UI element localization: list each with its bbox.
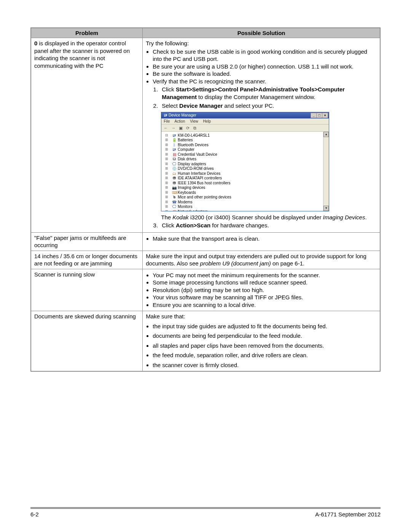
table-row: 14 inches / 35.6 cm or longer documents … — [31, 251, 380, 269]
table-row: "False" paper jams or multifeeds are occ… — [31, 232, 380, 251]
step-1: Click Start>Settings>Control Panel>Admin… — [159, 86, 377, 101]
toolbar: ← → ▣ ⟳ ⧉ — [161, 125, 329, 132]
col-header-problem: Problem — [31, 28, 143, 38]
doc-id-date: A-61771 September 2012 — [315, 511, 381, 518]
table-header-row: Problem Possible Solution — [31, 28, 380, 38]
problem-cell-2: 14 inches / 35.6 cm or longer documents … — [31, 251, 143, 269]
window-title-bar: 🖳 Device Manager _□× — [161, 112, 329, 118]
device-manager-screenshot: 🖳 Device Manager _□× File Action View He… — [161, 112, 329, 211]
document-page: Problem Possible Solution 0 is displayed… — [0, 0, 411, 532]
solution-cell-2: Make sure the input and output tray exte… — [143, 251, 380, 269]
step-2: Select Device Manager and select your PC… — [159, 102, 377, 110]
solution-cell-4: Make sure that: the input tray side guid… — [143, 311, 380, 372]
back-icon: ← — [164, 126, 168, 130]
forward-icon: → — [171, 126, 175, 130]
solution-cell-0: Try the following: Check to be sure the … — [143, 38, 380, 233]
page-footer: 6-2 A-61771 September 2012 — [30, 507, 381, 518]
window-controls: _□× — [311, 113, 328, 118]
maximize-icon: □ — [316, 113, 322, 118]
problem-cell-0: 0 is displayed in the operator control p… — [31, 38, 143, 233]
col-header-solution: Possible Solution — [143, 28, 380, 38]
scroll-up-icon: ▲ — [323, 132, 329, 137]
table-row: Scanner is running slow Your PC may not … — [31, 269, 380, 311]
device-tree: 🖳 KM-D0-L4G4RSL1 🔋 Batteries ᛒ Bluetooth… — [161, 132, 329, 211]
table-row: Documents are skewed during scanning Mak… — [31, 311, 380, 372]
properties-icon: ⧉ — [193, 126, 196, 130]
after-screenshot-text: The Kodak i3200 (or i3400) Scanner shoul… — [161, 214, 377, 221]
view-icon: ▣ — [179, 126, 183, 130]
problem-cell-1: "False" paper jams or multifeeds are occ… — [31, 232, 143, 251]
troubleshooting-table: Problem Possible Solution 0 is displayed… — [30, 27, 381, 372]
page-number: 6-2 — [30, 511, 39, 518]
step-3: Click Action>Scan for hardware changes. — [159, 222, 377, 229]
scroll-down-icon: ▼ — [323, 206, 329, 211]
solution-cell-3: Your PC may not meet the minimum require… — [143, 269, 380, 311]
scrollbar: ▲ ▼ — [323, 132, 329, 211]
solution-cell-1: Make sure that the transport area is cle… — [143, 232, 380, 251]
menu-bar: File Action View Help — [161, 118, 329, 125]
problem-cell-3: Scanner is running slow — [31, 269, 143, 311]
close-icon: × — [322, 113, 328, 118]
table-row: 0 is displayed in the operator control p… — [31, 38, 380, 233]
refresh-icon: ⟳ — [186, 126, 190, 130]
problem-cell-4: Documents are skewed during scanning — [31, 311, 143, 372]
minimize-icon: _ — [311, 113, 317, 118]
